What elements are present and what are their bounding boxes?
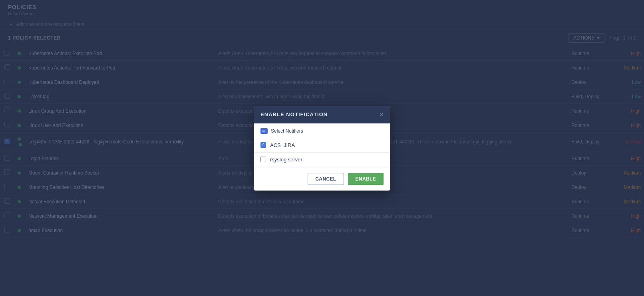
enable-notification-modal: ENABLE NOTIFICATION × ✉ Select Notifiers… [254,106,390,191]
modal-title: ENABLE NOTIFICATION [260,111,328,117]
notifier-label[interactable]: rsyslog server [270,157,302,163]
modal-overlay: ENABLE NOTIFICATION × ✉ Select Notifiers… [0,0,644,296]
email-icon: ✉ [260,128,268,134]
enable-button[interactable]: ENABLE [348,173,384,185]
notifier-item: ACS_JIRA [254,138,390,153]
notifier-checkbox[interactable] [260,157,266,162]
notifier-section: ✉ Select Notifiers [254,123,390,138]
modal-footer: CANCEL ENABLE [254,167,390,191]
modal-header: ENABLE NOTIFICATION × [254,106,390,123]
modal-body: ✉ Select Notifiers ACS_JIRArsyslog serve… [254,123,390,167]
notifier-label[interactable]: ACS_JIRA [270,142,295,148]
cancel-button[interactable]: CANCEL [308,173,344,185]
notifier-checkbox[interactable] [260,142,266,148]
section-label: Select Notifiers [271,128,303,134]
notifier-item: rsyslog server [254,153,390,167]
modal-close-button[interactable]: × [380,111,384,118]
